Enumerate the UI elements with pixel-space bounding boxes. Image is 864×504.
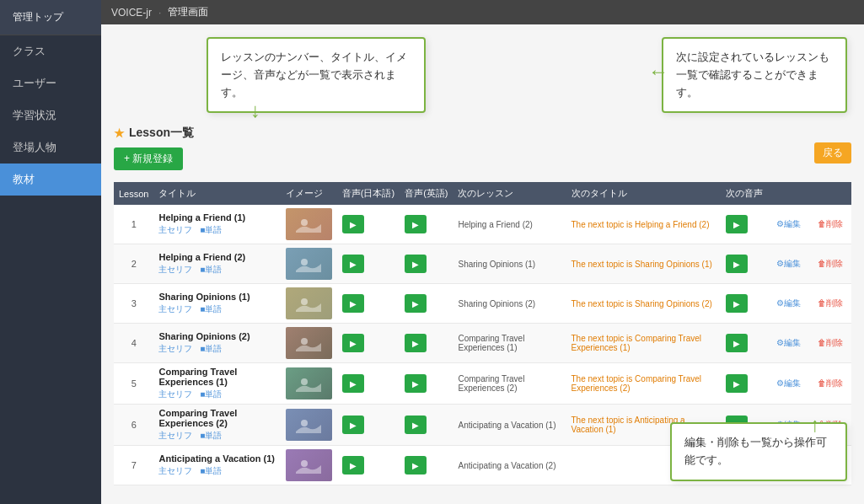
- topbar: VOICE-jr · 管理画面: [101, 0, 864, 24]
- trash-icon: 🗑: [818, 338, 826, 347]
- edit-button-5[interactable]: ⚙編集: [773, 376, 804, 391]
- gear-icon: ⚙: [776, 219, 784, 228]
- svg-point-13: [301, 460, 308, 467]
- serif-link-4[interactable]: 主セリフ: [158, 344, 192, 353]
- voice-en-cell-2: ▶: [400, 244, 453, 284]
- next-title-cell-5: The next topic is Comparing Travel Exper…: [566, 363, 721, 405]
- edit-button-3[interactable]: ⚙編集: [773, 296, 804, 311]
- delete-button-5[interactable]: 🗑削除: [814, 376, 846, 391]
- tooltip-1-text: レッスンのナンバー、タイトル、イメージ、音声などが一覧で表示されます。: [221, 51, 407, 99]
- play-en-button-2[interactable]: ▶: [405, 255, 427, 273]
- lesson-title-cell-1: Helping a Friend (1) 主セリフ ■単語: [153, 205, 280, 244]
- th-next-title: 次のタイトル: [566, 182, 721, 205]
- play-jp-button-1[interactable]: ▶: [342, 215, 364, 233]
- gear-icon: ⚙: [776, 338, 784, 347]
- next-lesson-cell-2: Sharing Opinions (1): [453, 244, 566, 284]
- sidebar-item-users[interactable]: ユーザー: [0, 67, 101, 99]
- next-title-cell-2: The next topic is Sharing Opinions (1): [566, 244, 721, 284]
- svg-point-3: [301, 259, 308, 265]
- sidebar-item-characters[interactable]: 登場人物: [0, 131, 101, 164]
- voice-jp-cell-7: ▶: [337, 446, 400, 485]
- svg-point-7: [301, 338, 308, 345]
- th-lesson: Lesson: [114, 182, 153, 205]
- word-link-6[interactable]: ■単語: [200, 431, 222, 440]
- delete-button-1[interactable]: 🗑削除: [814, 217, 846, 232]
- lesson-image-cell-3: [281, 284, 337, 324]
- delete-button-4[interactable]: 🗑削除: [814, 335, 846, 351]
- edit-button-1[interactable]: ⚙編集: [773, 217, 804, 232]
- next-voice-cell-3: ▶: [721, 284, 768, 324]
- lesson-image-cell-7: [281, 446, 337, 485]
- back-button[interactable]: 戻る: [814, 142, 851, 164]
- play-next-button-1[interactable]: ▶: [726, 215, 748, 233]
- play-jp-button-7[interactable]: ▶: [342, 456, 364, 475]
- play-en-button-6[interactable]: ▶: [405, 416, 427, 434]
- voice-jp-cell-1: ▶: [337, 205, 400, 244]
- tooltip-2: 次に設定されているレッスンも一覧で確認することができます。 ←: [662, 37, 847, 113]
- serif-link-7[interactable]: 主セリフ: [158, 466, 192, 475]
- play-jp-button-3[interactable]: ▶: [342, 294, 364, 313]
- word-link-4[interactable]: ■単語: [200, 344, 222, 353]
- lesson-title-cell-6: Comparing Travel Experiences (2) 主セリフ ■単…: [153, 405, 280, 446]
- serif-link-3[interactable]: 主セリフ: [158, 304, 192, 314]
- play-next-button-4[interactable]: ▶: [726, 334, 748, 352]
- voice-jp-cell-4: ▶: [337, 324, 400, 363]
- play-next-button-5[interactable]: ▶: [726, 374, 748, 393]
- edit-button-4[interactable]: ⚙編集: [773, 335, 804, 351]
- play-next-button-3[interactable]: ▶: [726, 294, 748, 313]
- lesson-image-4: [286, 327, 332, 359]
- next-voice-cell-1: ▶: [721, 205, 768, 244]
- voice-en-cell-5: ▶: [400, 363, 453, 405]
- th-voice-en: 音声(英語): [400, 182, 453, 205]
- sidebar-item-learning-status[interactable]: 学習状況: [0, 99, 101, 131]
- th-voice-jp: 音声(日本語): [337, 182, 400, 205]
- word-link-1[interactable]: ■単語: [200, 225, 222, 234]
- serif-link-2[interactable]: 主セリフ: [158, 265, 192, 274]
- serif-link-6[interactable]: 主セリフ: [158, 431, 192, 440]
- th-actions: [768, 182, 851, 205]
- play-jp-button-6[interactable]: ▶: [342, 416, 364, 434]
- play-en-button-5[interactable]: ▶: [405, 374, 427, 393]
- next-title-cell-4: The next topic is Comparing Travel Exper…: [566, 324, 721, 363]
- word-link-5[interactable]: ■単語: [200, 389, 222, 399]
- gear-icon: ⚙: [776, 259, 784, 268]
- voice-jp-cell-5: ▶: [337, 363, 400, 405]
- delete-button-2[interactable]: 🗑削除: [814, 256, 846, 271]
- play-jp-button-2[interactable]: ▶: [342, 255, 364, 273]
- play-jp-button-4[interactable]: ▶: [342, 334, 364, 352]
- next-title-cell-1: The next topic is Helping a Friend (2): [566, 205, 721, 244]
- next-voice-cell-4: ▶: [721, 324, 768, 363]
- lesson-title-cell-4: Sharing Opinions (2) 主セリフ ■単語: [153, 324, 280, 363]
- lesson-image-cell-4: [281, 324, 337, 363]
- sidebar-item-class[interactable]: クラス: [0, 35, 101, 67]
- play-next-button-2[interactable]: ▶: [726, 255, 748, 273]
- delete-button-3[interactable]: 🗑削除: [814, 296, 846, 311]
- lesson-number-4: 4: [114, 324, 153, 363]
- voice-jp-cell-2: ▶: [337, 244, 400, 284]
- content-wrapper: レッスンのナンバー、タイトル、イメージ、音声などが一覧で表示されます。 ↓ 次に…: [114, 33, 851, 485]
- delete-cell-2: 🗑削除: [809, 244, 851, 284]
- sidebar-item-admin-top[interactable]: 管理トップ: [0, 0, 101, 35]
- star-icon: ★: [114, 126, 125, 140]
- lesson-image-6: [286, 409, 332, 441]
- edit-button-2[interactable]: ⚙編集: [773, 256, 804, 271]
- new-registration-button[interactable]: + 新規登録: [114, 147, 183, 170]
- serif-link-1[interactable]: 主セリフ: [158, 225, 192, 234]
- play-jp-button-5[interactable]: ▶: [342, 374, 364, 393]
- sidebar-item-materials[interactable]: 教材: [0, 164, 101, 196]
- play-en-button-1[interactable]: ▶: [405, 215, 427, 233]
- trash-icon: 🗑: [818, 219, 826, 228]
- serif-link-5[interactable]: 主セリフ: [158, 389, 192, 399]
- next-voice-cell-5: ▶: [721, 363, 768, 405]
- play-en-button-3[interactable]: ▶: [405, 294, 427, 313]
- table-header-row: ★ Lesson一覧 + 新規登録 戻る: [114, 126, 851, 179]
- word-link-7[interactable]: ■単語: [200, 466, 222, 475]
- word-link-2[interactable]: ■単語: [200, 265, 222, 274]
- next-title-cell-3: The next topic is Sharing Opinions (2): [566, 284, 721, 324]
- play-en-button-4[interactable]: ▶: [405, 334, 427, 352]
- tooltip-3-text: 編集・削除も一覧から操作可能です。: [684, 436, 827, 466]
- play-en-button-7[interactable]: ▶: [405, 456, 427, 475]
- word-link-3[interactable]: ■単語: [200, 304, 222, 314]
- delete-cell-5: 🗑削除: [809, 363, 851, 405]
- gear-icon: ⚙: [776, 378, 784, 388]
